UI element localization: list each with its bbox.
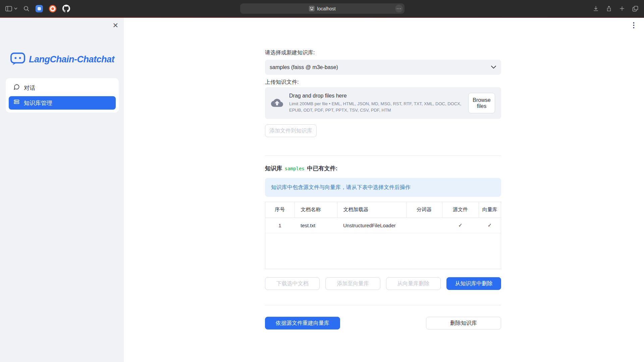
kb-select-label: 请选择或新建知识库: xyxy=(265,49,501,56)
logo-icon xyxy=(10,52,25,67)
logo-text: LangChain-Chatchat xyxy=(29,54,114,65)
cell-splitter xyxy=(406,218,442,233)
file-action-buttons: 下载选中文档 添加至向量库 从向量库删除 从知识库中删除 xyxy=(265,277,501,290)
divider xyxy=(265,156,501,156)
sidebar-item-label: 对话 xyxy=(24,84,35,92)
kb-select-value: samples (faiss @ m3e-base) xyxy=(270,64,491,70)
add-files-to-kb-button[interactable]: 添加文件到知识库 xyxy=(265,124,317,137)
app-logo: LangChain-Chatchat xyxy=(10,52,114,67)
col-header-index: 序号 xyxy=(265,202,294,218)
pinned-tab-orange-icon[interactable] xyxy=(49,5,56,12)
delete-from-vector-store-button[interactable]: 从向量库删除 xyxy=(386,277,441,290)
search-icon[interactable] xyxy=(23,6,30,12)
sidebar-toggle-button[interactable] xyxy=(5,6,17,11)
file-dropzone[interactable]: Drag and drop files here Limit 200MB per… xyxy=(265,87,501,119)
cell-index: 1 xyxy=(265,218,294,233)
kb-action-buttons: 依据源文件重建向量库 删除知识库 xyxy=(265,317,501,329)
app-sidebar: ✕ LangChain-Chatchat 对话 xyxy=(0,18,124,362)
share-icon[interactable] xyxy=(606,5,612,12)
table-row: 1 test.txt UnstructuredFileLoader ✓ ✓ xyxy=(265,218,501,233)
col-header-source-file: 源文件 xyxy=(442,202,479,218)
rebuild-vector-store-button[interactable]: 依据源文件重建向量库 xyxy=(265,317,340,329)
col-header-splitter: 分词器 xyxy=(406,202,442,218)
cell-doc-name: test.txt xyxy=(294,218,337,233)
col-header-loader: 文档加载器 xyxy=(337,202,406,218)
sidebar-item-kb-management[interactable]: 知识库管理 xyxy=(9,96,116,110)
col-header-vector-store: 向量库 xyxy=(479,202,501,218)
address-bar[interactable]: localhost ⋯ xyxy=(240,3,405,14)
app-menu-icon[interactable]: ⋮ xyxy=(630,21,637,29)
dropzone-limit-text: Limit 200MB per file • EML, HTML, JSON, … xyxy=(289,101,464,114)
delete-from-kb-button[interactable]: 从知识库中删除 xyxy=(446,277,501,290)
kb-name-code: samples xyxy=(284,166,306,171)
chevron-down-icon xyxy=(491,64,496,70)
table-header-row: 序号 文档名称 文档加载器 分词器 源文件 向量库 xyxy=(265,202,501,218)
dropzone-title: Drag and drop files here xyxy=(289,93,464,99)
heading-suffix: 中已有文件: xyxy=(306,165,337,172)
tab-overview-icon[interactable] xyxy=(632,5,639,12)
cell-loader: UnstructuredFileLoader xyxy=(337,218,406,233)
url-text: localhost xyxy=(317,6,335,11)
heading-prefix: 知识库 xyxy=(265,165,284,172)
browse-files-button[interactable]: Browse files xyxy=(468,93,495,113)
sidebar-menu: 对话 知识库管理 xyxy=(6,78,119,113)
pinned-tab-blue-icon[interactable] xyxy=(36,5,43,12)
page-menu-button[interactable]: ⋯ xyxy=(395,5,403,12)
kb-select[interactable]: samples (faiss @ m3e-base) xyxy=(265,60,501,75)
delete-kb-button[interactable]: 删除知识库 xyxy=(426,317,501,329)
uploader-label: 上传知识文件: xyxy=(265,79,501,86)
add-to-vector-store-button[interactable]: 添加至向量库 xyxy=(325,277,380,290)
chevron-down-icon[interactable] xyxy=(14,7,17,10)
cell-source-file-check: ✓ xyxy=(442,218,479,233)
site-favicon xyxy=(309,6,315,11)
info-text: 知识库中包含源文件与向量库，请从下表中选择文件后操作 xyxy=(271,184,411,191)
sidebar-close-icon[interactable]: ✕ xyxy=(112,22,118,29)
kb-files-heading: 知识库 samples 中已有文件: xyxy=(265,165,337,172)
cell-vector-store-check: ✓ xyxy=(479,218,501,233)
screen: localhost ⋯ ✕ xyxy=(0,0,644,362)
knowledge-base-icon xyxy=(13,99,20,107)
chat-icon xyxy=(13,84,20,92)
download-icon[interactable] xyxy=(593,5,599,12)
browser-toolbar: localhost ⋯ xyxy=(0,0,644,17)
cloud-upload-icon xyxy=(271,98,283,109)
main-content: ⋮ 请选择或新建知识库: samples (faiss @ m3e-base) … xyxy=(124,18,644,362)
sidebar-item-dialogue[interactable]: 对话 xyxy=(9,81,116,95)
sidebar-panel-icon[interactable] xyxy=(5,6,12,11)
kb-files-table: 序号 文档名称 文档加载器 分词器 源文件 向量库 1 test.txt Uns… xyxy=(265,202,501,269)
divider xyxy=(265,305,501,305)
download-selected-button[interactable]: 下载选中文档 xyxy=(265,277,320,290)
new-tab-icon[interactable] xyxy=(619,5,625,12)
sidebar-item-label: 知识库管理 xyxy=(24,99,52,107)
github-icon[interactable] xyxy=(62,5,70,12)
col-header-doc-name: 文档名称 xyxy=(294,202,337,218)
info-banner: 知识库中包含源文件与向量库，请从下表中选择文件后操作 xyxy=(265,178,501,197)
